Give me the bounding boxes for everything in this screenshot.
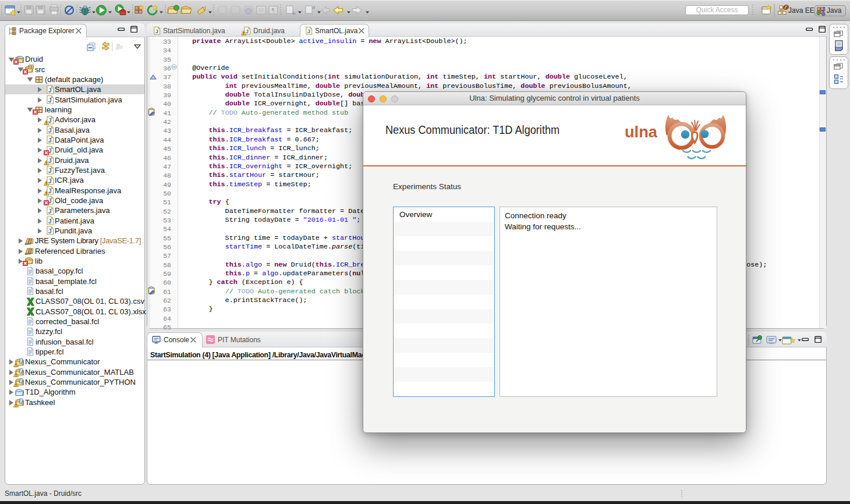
svg-text:J: J bbox=[822, 6, 826, 13]
svg-text:¶: ¶ bbox=[272, 7, 275, 13]
